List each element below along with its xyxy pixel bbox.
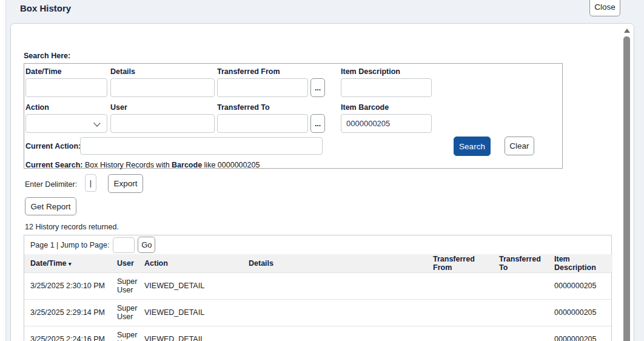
header-transferred-to[interactable]: Transferred To: [497, 254, 552, 272]
cell-item-description: 0000000205: [552, 272, 612, 299]
records-summary: 12 History records returned.: [25, 223, 119, 231]
jump-to-page-input[interactable]: [113, 237, 135, 253]
cell-transferred-to: [497, 299, 552, 326]
page-title: Box History: [20, 3, 71, 13]
pagination-bar: Page 1 | Jump to Page: Go: [24, 235, 611, 254]
current-search-text: Current Search: Box History Records with…: [25, 161, 260, 169]
datetime-label: Date/Time: [25, 67, 62, 76]
box-history-panel: Search Here: Date/Time Details Transferr…: [10, 23, 634, 341]
export-button[interactable]: Export: [108, 174, 143, 193]
cell-transferred-to: [497, 326, 552, 341]
close-button[interactable]: Close: [589, 0, 620, 16]
search-heading: Search Here:: [24, 52, 70, 60]
current-search-label: Current Search:: [25, 161, 82, 169]
current-search-prefix: Box History Records with: [85, 161, 170, 169]
cell-transferred-from: [431, 299, 497, 326]
current-action-label: Current Action:: [25, 142, 81, 150]
scrollbar-thumb[interactable]: [623, 36, 630, 341]
cell-user: Super User: [115, 272, 142, 299]
search-form: Date/Time Details Transferred From Item …: [24, 63, 563, 169]
transferred-from-label: Transferred From: [217, 67, 280, 76]
cell-transferred-from: [431, 272, 497, 299]
pagination-text: Page 1 | Jump to Page:: [30, 241, 109, 249]
cell-datetime: 3/25/2025 2:30:10 PM: [24, 272, 115, 299]
delimiter-label: Enter Delimiter:: [25, 180, 77, 189]
item-description-input[interactable]: [341, 78, 432, 97]
transferred-from-browse-button[interactable]: ...: [310, 78, 325, 97]
history-table: Date/Time ▾ User Action Details Transfer…: [24, 254, 612, 341]
action-select[interactable]: [25, 114, 107, 133]
results-table-container: Page 1 | Jump to Page: Go Date/Time ▾ Us…: [24, 235, 612, 341]
item-barcode-input[interactable]: [341, 114, 432, 133]
user-label: User: [110, 103, 127, 112]
transferred-to-input[interactable]: [217, 114, 308, 133]
table-row[interactable]: 3/25/2025 2:30:10 PM Super User VIEWED_D…: [24, 272, 612, 299]
header-datetime[interactable]: Date/Time ▾: [24, 254, 115, 272]
go-button[interactable]: Go: [138, 237, 155, 253]
cell-action: VIEWED_DETAIL: [142, 272, 246, 299]
scroll-up-icon[interactable]: [624, 29, 630, 33]
cell-datetime: 3/25/2025 2:29:14 PM: [24, 299, 115, 326]
table-row[interactable]: 3/25/2025 2:24:16 PM Super User VIEWED_D…: [24, 326, 612, 341]
details-input[interactable]: [110, 78, 215, 97]
header-transferred-from[interactable]: Transferred From: [431, 254, 497, 272]
current-action-input[interactable]: [80, 137, 323, 155]
cell-transferred-from: [431, 326, 497, 341]
cell-action: VIEWED_DETAIL: [142, 326, 246, 341]
sort-desc-icon: ▾: [69, 261, 72, 267]
cell-transferred-to: [497, 272, 552, 299]
clear-button[interactable]: Clear: [505, 137, 534, 155]
header-action[interactable]: Action: [142, 254, 246, 272]
vertical-scrollbar[interactable]: [623, 26, 631, 341]
cell-action: VIEWED_DETAIL: [142, 299, 246, 326]
cell-user: Super User: [115, 326, 142, 341]
item-description-label: Item Description: [341, 67, 400, 76]
action-label: Action: [25, 103, 49, 112]
details-label: Details: [110, 67, 135, 76]
delimiter-input[interactable]: [85, 174, 96, 192]
table-header-row: Date/Time ▾ User Action Details Transfer…: [24, 254, 612, 272]
cell-details: [246, 326, 431, 341]
item-barcode-label: Item Barcode: [341, 103, 389, 112]
cell-item-description: 0000000205: [552, 326, 612, 341]
transferred-to-browse-button[interactable]: ...: [310, 114, 325, 133]
search-button[interactable]: Search: [454, 137, 491, 156]
user-input[interactable]: [110, 114, 215, 133]
current-search-suffix: like 0000000205: [204, 161, 260, 169]
cell-details: [246, 272, 431, 299]
chevron-down-icon: [93, 120, 100, 126]
cell-datetime: 3/25/2025 2:24:16 PM: [24, 326, 115, 341]
header-details[interactable]: Details: [246, 254, 431, 272]
page-left-edge: [0, 0, 6, 341]
table-row[interactable]: 3/25/2025 2:29:14 PM Super User VIEWED_D…: [24, 299, 612, 326]
header-item-description[interactable]: Item Description: [552, 254, 612, 272]
current-search-field: Barcode: [172, 161, 202, 169]
cell-details: [246, 299, 431, 326]
header-user[interactable]: User: [115, 254, 142, 272]
transferred-to-label: Transferred To: [217, 103, 270, 112]
cell-user: Super User: [115, 299, 142, 326]
get-report-button[interactable]: Get Report: [25, 197, 76, 215]
datetime-input[interactable]: [25, 78, 107, 97]
cell-item-description: 0000000205: [552, 299, 612, 326]
transferred-from-input[interactable]: [217, 78, 308, 97]
